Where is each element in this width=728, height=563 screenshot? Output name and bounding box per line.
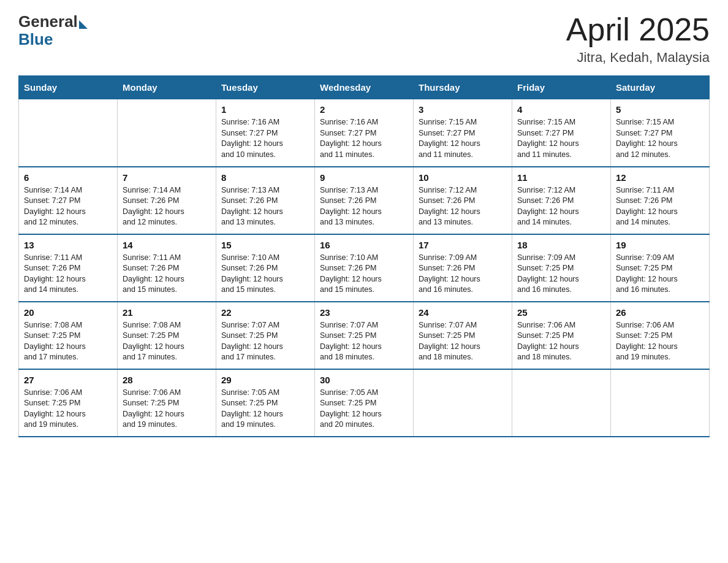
day-info: Sunrise: 7:11 AMSunset: 7:26 PMDaylight:…	[123, 253, 211, 296]
day-info: Sunrise: 7:12 AMSunset: 7:26 PMDaylight:…	[419, 185, 507, 228]
column-header-saturday: Saturday	[611, 76, 710, 99]
calendar-cell: 29Sunrise: 7:05 AMSunset: 7:25 PMDayligh…	[216, 369, 315, 437]
column-header-thursday: Thursday	[414, 76, 512, 99]
day-number: 24	[419, 307, 507, 318]
calendar-header-row: SundayMondayTuesdayWednesdayThursdayFrid…	[19, 76, 710, 99]
calendar-cell: 19Sunrise: 7:09 AMSunset: 7:25 PMDayligh…	[611, 234, 710, 302]
calendar-cell: 28Sunrise: 7:06 AMSunset: 7:25 PMDayligh…	[118, 369, 216, 437]
calendar-week-row: 13Sunrise: 7:11 AMSunset: 7:26 PMDayligh…	[19, 234, 710, 302]
day-number: 11	[517, 172, 605, 183]
day-number: 26	[616, 307, 704, 318]
day-number: 12	[616, 172, 704, 183]
page-header: General Blue April 2025 Jitra, Kedah, Ma…	[18, 12, 710, 66]
day-info: Sunrise: 7:08 AMSunset: 7:25 PMDaylight:…	[123, 320, 211, 363]
calendar-cell	[118, 99, 216, 167]
calendar-cell: 17Sunrise: 7:09 AMSunset: 7:26 PMDayligh…	[414, 234, 512, 302]
calendar-cell	[19, 99, 118, 167]
day-number: 15	[221, 240, 309, 250]
calendar-cell: 6Sunrise: 7:14 AMSunset: 7:27 PMDaylight…	[19, 167, 118, 234]
calendar-cell	[512, 369, 611, 437]
day-info: Sunrise: 7:16 AMSunset: 7:27 PMDaylight:…	[320, 117, 408, 160]
calendar-cell: 22Sunrise: 7:07 AMSunset: 7:25 PMDayligh…	[216, 302, 315, 369]
calendar-week-row: 27Sunrise: 7:06 AMSunset: 7:25 PMDayligh…	[19, 369, 710, 437]
day-info: Sunrise: 7:06 AMSunset: 7:25 PMDaylight:…	[517, 320, 605, 363]
calendar-cell: 8Sunrise: 7:13 AMSunset: 7:26 PMDaylight…	[216, 167, 315, 234]
day-number: 4	[517, 104, 605, 115]
day-number: 25	[517, 307, 605, 318]
calendar-cell: 10Sunrise: 7:12 AMSunset: 7:26 PMDayligh…	[414, 167, 512, 234]
day-number: 17	[419, 240, 507, 250]
day-number: 29	[221, 375, 309, 385]
day-info: Sunrise: 7:07 AMSunset: 7:25 PMDaylight:…	[221, 320, 309, 363]
calendar-cell: 18Sunrise: 7:09 AMSunset: 7:25 PMDayligh…	[512, 234, 611, 302]
month-title: April 2025	[566, 12, 710, 47]
day-number: 18	[517, 240, 605, 250]
day-number: 2	[320, 104, 408, 115]
calendar-cell: 30Sunrise: 7:05 AMSunset: 7:25 PMDayligh…	[315, 369, 414, 437]
calendar-cell: 1Sunrise: 7:16 AMSunset: 7:27 PMDaylight…	[216, 99, 315, 167]
day-number: 13	[24, 240, 112, 250]
logo: General Blue	[18, 12, 88, 47]
day-number: 30	[320, 375, 408, 385]
logo-blue-text: Blue	[18, 31, 53, 47]
calendar-cell: 20Sunrise: 7:08 AMSunset: 7:25 PMDayligh…	[19, 302, 118, 369]
day-number: 9	[320, 172, 408, 183]
day-info: Sunrise: 7:14 AMSunset: 7:27 PMDaylight:…	[24, 185, 112, 228]
column-header-sunday: Sunday	[19, 76, 118, 99]
calendar-cell: 14Sunrise: 7:11 AMSunset: 7:26 PMDayligh…	[118, 234, 216, 302]
logo-general-text: General	[18, 12, 78, 31]
day-info: Sunrise: 7:09 AMSunset: 7:25 PMDaylight:…	[517, 253, 605, 296]
calendar-cell: 16Sunrise: 7:10 AMSunset: 7:26 PMDayligh…	[315, 234, 414, 302]
day-number: 10	[419, 172, 507, 183]
day-info: Sunrise: 7:15 AMSunset: 7:27 PMDaylight:…	[419, 117, 507, 160]
day-number: 8	[221, 172, 309, 183]
day-info: Sunrise: 7:11 AMSunset: 7:26 PMDaylight:…	[616, 185, 704, 228]
day-info: Sunrise: 7:14 AMSunset: 7:26 PMDaylight:…	[123, 185, 211, 228]
column-header-monday: Monday	[118, 76, 216, 99]
calendar-cell: 5Sunrise: 7:15 AMSunset: 7:27 PMDaylight…	[611, 99, 710, 167]
day-number: 19	[616, 240, 704, 250]
calendar-week-row: 1Sunrise: 7:16 AMSunset: 7:27 PMDaylight…	[19, 99, 710, 167]
column-header-tuesday: Tuesday	[216, 76, 315, 99]
day-info: Sunrise: 7:10 AMSunset: 7:26 PMDaylight:…	[221, 253, 309, 296]
day-number: 22	[221, 307, 309, 318]
calendar-cell	[611, 369, 710, 437]
calendar-cell: 4Sunrise: 7:15 AMSunset: 7:27 PMDaylight…	[512, 99, 611, 167]
day-info: Sunrise: 7:05 AMSunset: 7:25 PMDaylight:…	[320, 388, 408, 431]
day-number: 23	[320, 307, 408, 318]
calendar-cell: 3Sunrise: 7:15 AMSunset: 7:27 PMDaylight…	[414, 99, 512, 167]
day-number: 3	[419, 104, 507, 115]
day-number: 21	[123, 307, 211, 318]
day-number: 16	[320, 240, 408, 250]
day-info: Sunrise: 7:15 AMSunset: 7:27 PMDaylight:…	[616, 117, 704, 160]
calendar-cell	[414, 369, 512, 437]
logo-arrow-icon	[79, 20, 88, 29]
day-info: Sunrise: 7:05 AMSunset: 7:25 PMDaylight:…	[221, 388, 309, 431]
calendar-cell: 26Sunrise: 7:06 AMSunset: 7:25 PMDayligh…	[611, 302, 710, 369]
day-number: 1	[221, 104, 309, 115]
day-number: 27	[24, 375, 112, 385]
day-number: 6	[24, 172, 112, 183]
calendar-cell: 23Sunrise: 7:07 AMSunset: 7:25 PMDayligh…	[315, 302, 414, 369]
calendar-cell: 12Sunrise: 7:11 AMSunset: 7:26 PMDayligh…	[611, 167, 710, 234]
calendar-cell: 25Sunrise: 7:06 AMSunset: 7:25 PMDayligh…	[512, 302, 611, 369]
title-section: April 2025 Jitra, Kedah, Malaysia	[566, 12, 710, 66]
day-info: Sunrise: 7:10 AMSunset: 7:26 PMDaylight:…	[320, 253, 408, 296]
calendar-cell: 7Sunrise: 7:14 AMSunset: 7:26 PMDaylight…	[118, 167, 216, 234]
day-number: 5	[616, 104, 704, 115]
location-subtitle: Jitra, Kedah, Malaysia	[566, 50, 710, 66]
calendar-cell: 21Sunrise: 7:08 AMSunset: 7:25 PMDayligh…	[118, 302, 216, 369]
day-info: Sunrise: 7:07 AMSunset: 7:25 PMDaylight:…	[320, 320, 408, 363]
calendar-cell: 11Sunrise: 7:12 AMSunset: 7:26 PMDayligh…	[512, 167, 611, 234]
column-header-wednesday: Wednesday	[315, 76, 414, 99]
day-info: Sunrise: 7:16 AMSunset: 7:27 PMDaylight:…	[221, 117, 309, 160]
calendar-cell: 13Sunrise: 7:11 AMSunset: 7:26 PMDayligh…	[19, 234, 118, 302]
day-info: Sunrise: 7:13 AMSunset: 7:26 PMDaylight:…	[221, 185, 309, 228]
calendar-cell: 9Sunrise: 7:13 AMSunset: 7:26 PMDaylight…	[315, 167, 414, 234]
day-info: Sunrise: 7:11 AMSunset: 7:26 PMDaylight:…	[24, 253, 112, 296]
calendar-week-row: 20Sunrise: 7:08 AMSunset: 7:25 PMDayligh…	[19, 302, 710, 369]
day-info: Sunrise: 7:09 AMSunset: 7:26 PMDaylight:…	[419, 253, 507, 296]
day-info: Sunrise: 7:08 AMSunset: 7:25 PMDaylight:…	[24, 320, 112, 363]
calendar-cell: 15Sunrise: 7:10 AMSunset: 7:26 PMDayligh…	[216, 234, 315, 302]
calendar-table: SundayMondayTuesdayWednesdayThursdayFrid…	[18, 75, 710, 437]
